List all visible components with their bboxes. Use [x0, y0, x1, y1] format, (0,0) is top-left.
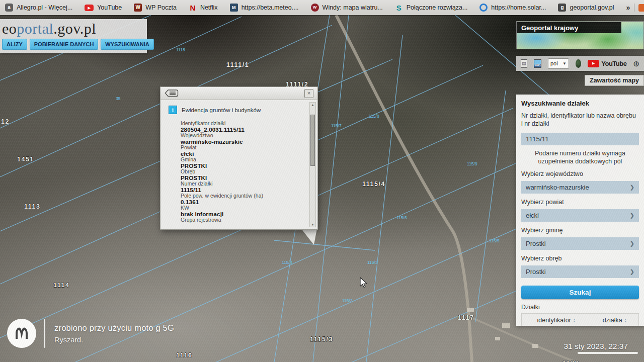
scrollbar-thumb[interactable]	[310, 115, 315, 166]
tab-label: https://home.solar...	[491, 4, 546, 11]
sort-icon[interactable]: ▲▼	[624, 318, 627, 322]
close-icon[interactable]: ×	[304, 89, 313, 98]
parcel-sublabel: 115/2	[342, 298, 353, 303]
parcel-sublabel: 115/6	[396, 215, 407, 220]
select-group: Wybierz gminę Prostki ❯	[521, 227, 639, 250]
status-dot-icon[interactable]	[576, 59, 581, 68]
chevron-right-icon: ❯	[630, 268, 634, 275]
parcel-number-input[interactable]: 1115/11	[521, 133, 639, 145]
parcel-info-popup: × i Ewidencja gruntów i budynków Identyf…	[160, 86, 318, 230]
sidebar-toolbar: ▤ WMS pol ▼ ▶ YouTube ⊕	[516, 56, 644, 71]
dropdown-value: warmińsko-mazurskie	[526, 184, 589, 191]
browser-tab[interactable]: M https://beta.meteo....	[230, 4, 299, 12]
print-icon[interactable]: ▤	[521, 59, 527, 68]
parcel-sublabel: 115/4	[282, 260, 292, 265]
parcel-sublabel: 115/3	[367, 260, 378, 265]
parcel-label: 1120	[562, 359, 579, 362]
parcel-label: 1116	[176, 352, 192, 359]
search-hint: Podanie numeru działki wymaga uzupełnien…	[521, 149, 639, 166]
browser-tab[interactable]: a Allegro.pl - Więcej...	[5, 4, 72, 12]
logo-part: portal	[17, 20, 53, 37]
browser-tab[interactable]: g geoportal.gov.pl	[558, 4, 614, 12]
select-label: Wybierz powiat	[521, 199, 639, 206]
popup-fields: Identyfikator działki 280504_2.0031.1115…	[169, 121, 307, 223]
wms-icon[interactable]: WMS	[534, 59, 541, 68]
popup-field: Pole pow. w ewidencji gruntów (ha) 0.136…	[181, 193, 307, 205]
geoportal-logo[interactable]: eoportal.gov.pl	[2, 20, 144, 37]
tab-label: Połączone rozwiąza...	[407, 4, 468, 11]
dropdown-value: Prostki	[526, 268, 546, 276]
field-value: 0.1361	[181, 199, 307, 206]
tab-favicon: W	[311, 4, 319, 12]
browser-tab[interactable]: S Połączone rozwiąza...	[395, 4, 468, 12]
chevron-down-icon: ▼	[562, 61, 567, 66]
parcel-sublabel: 115/7	[331, 123, 342, 128]
photo-watermark: zrobiono przy użyciu moto g 5G Ryszard.	[7, 319, 174, 348]
field-label: Obręb	[181, 169, 307, 175]
tab-favicon: M	[230, 4, 238, 12]
tab-label: Netflix	[200, 4, 218, 11]
parcel-label: 1114	[53, 282, 69, 289]
menu-button[interactable]: WYSZUKIWANIA	[101, 39, 153, 50]
field-value: warmińsko-mazurskie	[181, 139, 307, 145]
search-button[interactable]: Szukaj	[521, 286, 639, 299]
field-label: Pole pow. w ewidencji gruntów (ha)	[181, 193, 307, 199]
field-label: Numer działki	[181, 181, 307, 187]
youtube-link[interactable]: ▶ YouTube	[588, 60, 626, 67]
dropdown[interactable]: ełcki ❯	[521, 209, 639, 222]
tab-label: https://beta.meteo....	[242, 4, 299, 11]
language-select[interactable]: pol ▼	[548, 58, 569, 69]
dropdown[interactable]: warmińsko-mazurskie ❯	[521, 181, 639, 194]
browser-tab[interactable]: W Windy: mapa wiatru...	[311, 4, 383, 12]
browser-tab[interactable]: ▶ YouTube	[85, 4, 122, 11]
basemap-thumbnail[interactable]: Geoportal krajowy	[516, 21, 644, 49]
parcel-sublabel: 115/5	[489, 238, 500, 243]
field-label: Powiat	[181, 145, 307, 151]
geoportal-header: eoportal.gov.pl ALIZY POBIERANIE DANYCH …	[0, 19, 147, 53]
menu-button[interactable]: POBIERANIE DANYCH	[30, 39, 99, 50]
tab-label: Windy: mapa wiatru...	[323, 4, 383, 11]
tab-favicon: S	[395, 4, 403, 12]
map-content-button[interactable]: Zawartość mapy	[585, 75, 644, 86]
field-label: Gmina	[181, 157, 307, 163]
parcel-search-panel: Wyszukiwanie działek Nr działki, identyf…	[516, 95, 644, 326]
parcel-sublabel: 1118	[176, 47, 185, 52]
popup-scrollbar[interactable]: ▲ ▼	[309, 102, 316, 227]
field-label: KW	[181, 205, 307, 211]
photo-timestamp: 31 sty 2023, 22:37	[564, 342, 628, 351]
popup-header: ×	[160, 87, 317, 100]
dropdown[interactable]: Prostki ❯	[521, 237, 639, 250]
parcel-label: 1117	[458, 314, 474, 321]
browser-tab[interactable]: https://home.solar...	[479, 4, 546, 12]
select-label: Wybierz gminę	[521, 227, 639, 234]
divider	[634, 4, 634, 12]
scroll-up-icon[interactable]: ▲	[310, 103, 315, 107]
select-group: Wybierz województwo warmińsko-mazurskie …	[521, 170, 639, 194]
youtube-play-icon: ▶	[588, 60, 599, 67]
sort-icon[interactable]: ▲▼	[573, 318, 576, 322]
chevron-right-icon: ❯	[630, 240, 634, 247]
popup-field: Gmina PROSTKI	[181, 157, 307, 169]
profile-avatar[interactable]	[638, 4, 644, 12]
tab-favicon: a	[5, 4, 13, 12]
field-value: ełcki	[181, 151, 307, 157]
dropdown-value: ełcki	[526, 212, 539, 219]
scroll-down-icon[interactable]: ▼	[310, 223, 315, 226]
parcel-label: 1111/1	[226, 61, 249, 68]
browser-tab[interactable]: W WP Poczta	[134, 4, 177, 12]
results-table-header: identyfikator ▲▼ działka ▲▼	[521, 313, 639, 326]
select-group: Wybierz powiat ełcki ❯	[521, 199, 639, 222]
tab-favicon	[479, 4, 488, 12]
popup-field: Identyfikator działki 280504_2.0031.1115…	[181, 121, 307, 133]
bookmarks-overflow-icon[interactable]: »	[626, 4, 630, 12]
layer-list-icon[interactable]	[165, 89, 179, 97]
tab-favicon: N	[189, 4, 197, 12]
globe-icon[interactable]: ⊕	[633, 60, 639, 67]
column-dzialka[interactable]: działka ▲▼	[591, 317, 638, 324]
field-value: PROSTKI	[181, 163, 307, 169]
menu-button[interactable]: ALIZY	[2, 39, 27, 50]
sidebar: Geoportal krajowy ▤ WMS pol ▼ ▶ YouTube …	[516, 21, 644, 326]
column-identyfikator[interactable]: identyfikator ▲▼	[522, 317, 591, 324]
dropdown[interactable]: Prostki ❯	[521, 265, 639, 278]
browser-tab[interactable]: N Netflix	[189, 4, 218, 12]
